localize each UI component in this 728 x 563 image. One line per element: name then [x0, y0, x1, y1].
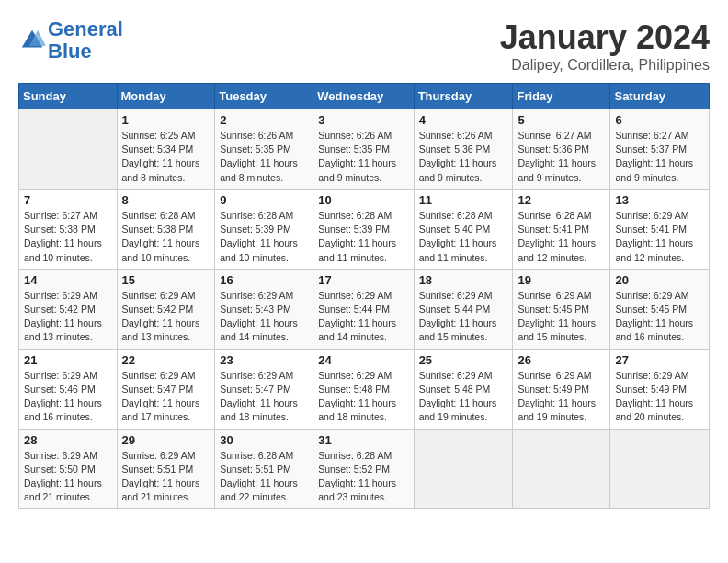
calendar-cell: 2Sunrise: 6:26 AMSunset: 5:35 PMDaylight… [215, 109, 313, 190]
day-info: Sunrise: 6:29 AMSunset: 5:48 PMDaylight:… [318, 369, 408, 425]
day-info: Sunrise: 6:29 AMSunset: 5:48 PMDaylight:… [419, 369, 508, 425]
day-info: Sunrise: 6:27 AMSunset: 5:37 PMDaylight:… [615, 129, 704, 185]
day-number: 29 [122, 433, 210, 447]
day-info: Sunrise: 6:29 AMSunset: 5:46 PMDaylight:… [24, 369, 112, 425]
day-info: Sunrise: 6:29 AMSunset: 5:45 PMDaylight:… [518, 289, 605, 345]
calendar-cell: 30Sunrise: 6:28 AMSunset: 5:51 PMDayligh… [215, 429, 313, 509]
calendar-cell: 17Sunrise: 6:29 AMSunset: 5:44 PMDayligh… [313, 269, 414, 349]
day-info: Sunrise: 6:29 AMSunset: 5:47 PMDaylight:… [220, 369, 308, 425]
day-number: 17 [318, 273, 408, 287]
day-number: 11 [419, 193, 508, 207]
column-header-monday: Monday [117, 84, 215, 109]
day-number: 16 [220, 273, 308, 287]
day-number: 1 [122, 113, 210, 127]
day-info: Sunrise: 6:27 AMSunset: 5:36 PMDaylight:… [518, 129, 605, 185]
column-header-sunday: Sunday [19, 84, 118, 109]
calendar-cell: 6Sunrise: 6:27 AMSunset: 5:37 PMDaylight… [610, 109, 710, 190]
month-title: January 2024 [500, 18, 710, 57]
day-info: Sunrise: 6:26 AMSunset: 5:35 PMDaylight:… [318, 129, 408, 185]
day-number: 6 [615, 113, 704, 127]
day-number: 8 [122, 193, 210, 207]
day-info: Sunrise: 6:26 AMSunset: 5:35 PMDaylight:… [220, 129, 308, 185]
title-block: January 2024 Dalipey, Cordillera, Philip… [500, 18, 710, 74]
day-info: Sunrise: 6:28 AMSunset: 5:39 PMDaylight:… [318, 209, 408, 265]
day-number: 30 [220, 433, 308, 447]
day-number: 5 [518, 113, 605, 127]
day-info: Sunrise: 6:29 AMSunset: 5:41 PMDaylight:… [615, 209, 704, 265]
day-number: 3 [318, 113, 408, 127]
day-info: Sunrise: 6:27 AMSunset: 5:38 PMDaylight:… [24, 209, 112, 265]
day-number: 31 [318, 433, 408, 447]
calendar-cell: 27Sunrise: 6:29 AMSunset: 5:49 PMDayligh… [610, 349, 710, 429]
day-info: Sunrise: 6:29 AMSunset: 5:42 PMDaylight:… [24, 289, 112, 345]
day-info: Sunrise: 6:28 AMSunset: 5:51 PMDaylight:… [220, 449, 308, 505]
calendar-cell: 21Sunrise: 6:29 AMSunset: 5:46 PMDayligh… [19, 349, 118, 429]
day-info: Sunrise: 6:28 AMSunset: 5:39 PMDaylight:… [220, 209, 308, 265]
calendar-cell: 8Sunrise: 6:28 AMSunset: 5:38 PMDaylight… [117, 189, 215, 269]
calendar-cell: 10Sunrise: 6:28 AMSunset: 5:39 PMDayligh… [313, 189, 414, 269]
day-info: Sunrise: 6:29 AMSunset: 5:49 PMDaylight:… [518, 369, 605, 425]
day-number: 14 [24, 273, 112, 287]
calendar-cell: 25Sunrise: 6:29 AMSunset: 5:48 PMDayligh… [414, 349, 513, 429]
day-info: Sunrise: 6:26 AMSunset: 5:36 PMDaylight:… [419, 129, 508, 185]
column-header-thursday: Thursday [414, 84, 513, 109]
calendar-cell: 5Sunrise: 6:27 AMSunset: 5:36 PMDaylight… [513, 109, 610, 190]
day-number: 12 [518, 193, 605, 207]
logo-icon [18, 27, 46, 54]
calendar-cell: 3Sunrise: 6:26 AMSunset: 5:35 PMDaylight… [313, 109, 414, 190]
calendar-cell: 29Sunrise: 6:29 AMSunset: 5:51 PMDayligh… [117, 429, 215, 509]
calendar-cell: 14Sunrise: 6:29 AMSunset: 5:42 PMDayligh… [19, 269, 118, 349]
calendar-cell: 16Sunrise: 6:29 AMSunset: 5:43 PMDayligh… [215, 269, 313, 349]
day-info: Sunrise: 6:29 AMSunset: 5:44 PMDaylight:… [318, 289, 408, 345]
day-number: 9 [220, 193, 308, 207]
day-number: 4 [419, 113, 508, 127]
calendar-cell: 7Sunrise: 6:27 AMSunset: 5:38 PMDaylight… [19, 189, 118, 269]
calendar-cell: 26Sunrise: 6:29 AMSunset: 5:49 PMDayligh… [513, 349, 610, 429]
calendar-cell [513, 429, 610, 509]
day-info: Sunrise: 6:28 AMSunset: 5:40 PMDaylight:… [419, 209, 508, 265]
calendar-cell: 1Sunrise: 6:25 AMSunset: 5:34 PMDaylight… [117, 109, 215, 190]
calendar-cell: 24Sunrise: 6:29 AMSunset: 5:48 PMDayligh… [313, 349, 414, 429]
calendar-cell [414, 429, 513, 509]
day-info: Sunrise: 6:29 AMSunset: 5:42 PMDaylight:… [122, 289, 210, 345]
day-number: 2 [220, 113, 308, 127]
day-info: Sunrise: 6:29 AMSunset: 5:47 PMDaylight:… [122, 369, 210, 425]
day-number: 28 [24, 433, 112, 447]
calendar-cell: 20Sunrise: 6:29 AMSunset: 5:45 PMDayligh… [610, 269, 710, 349]
calendar-week-row: 28Sunrise: 6:29 AMSunset: 5:50 PMDayligh… [19, 429, 710, 509]
day-info: Sunrise: 6:29 AMSunset: 5:51 PMDaylight:… [122, 449, 210, 505]
day-number: 19 [518, 273, 605, 287]
day-number: 27 [615, 353, 704, 367]
page-header: General Blue January 2024 Dalipey, Cordi… [18, 18, 710, 74]
day-number: 24 [318, 353, 408, 367]
calendar-week-row: 1Sunrise: 6:25 AMSunset: 5:34 PMDaylight… [19, 109, 710, 190]
calendar-cell: 23Sunrise: 6:29 AMSunset: 5:47 PMDayligh… [215, 349, 313, 429]
day-number: 18 [419, 273, 508, 287]
day-number: 20 [615, 273, 704, 287]
calendar-cell: 4Sunrise: 6:26 AMSunset: 5:36 PMDaylight… [414, 109, 513, 190]
day-info: Sunrise: 6:29 AMSunset: 5:50 PMDaylight:… [24, 449, 112, 505]
day-number: 25 [419, 353, 508, 367]
calendar-cell: 31Sunrise: 6:28 AMSunset: 5:52 PMDayligh… [313, 429, 414, 509]
day-info: Sunrise: 6:28 AMSunset: 5:52 PMDaylight:… [318, 449, 408, 505]
day-info: Sunrise: 6:29 AMSunset: 5:45 PMDaylight:… [615, 289, 704, 345]
calendar-table: SundayMondayTuesdayWednesdayThursdayFrid… [18, 83, 710, 509]
day-number: 26 [518, 353, 605, 367]
calendar-cell: 12Sunrise: 6:28 AMSunset: 5:41 PMDayligh… [513, 189, 610, 269]
calendar-header-row: SundayMondayTuesdayWednesdayThursdayFrid… [19, 84, 710, 109]
day-info: Sunrise: 6:29 AMSunset: 5:43 PMDaylight:… [220, 289, 308, 345]
calendar-cell: 22Sunrise: 6:29 AMSunset: 5:47 PMDayligh… [117, 349, 215, 429]
day-number: 21 [24, 353, 112, 367]
day-number: 23 [220, 353, 308, 367]
calendar-cell: 13Sunrise: 6:29 AMSunset: 5:41 PMDayligh… [610, 189, 710, 269]
calendar-week-row: 21Sunrise: 6:29 AMSunset: 5:46 PMDayligh… [19, 349, 710, 429]
day-info: Sunrise: 6:28 AMSunset: 5:38 PMDaylight:… [122, 209, 210, 265]
day-info: Sunrise: 6:29 AMSunset: 5:44 PMDaylight:… [419, 289, 508, 345]
column-header-tuesday: Tuesday [215, 84, 313, 109]
location-subtitle: Dalipey, Cordillera, Philippines [500, 57, 710, 74]
column-header-wednesday: Wednesday [313, 84, 414, 109]
logo-text: General Blue [48, 18, 123, 63]
day-number: 15 [122, 273, 210, 287]
day-info: Sunrise: 6:29 AMSunset: 5:49 PMDaylight:… [615, 369, 704, 425]
calendar-cell: 18Sunrise: 6:29 AMSunset: 5:44 PMDayligh… [414, 269, 513, 349]
